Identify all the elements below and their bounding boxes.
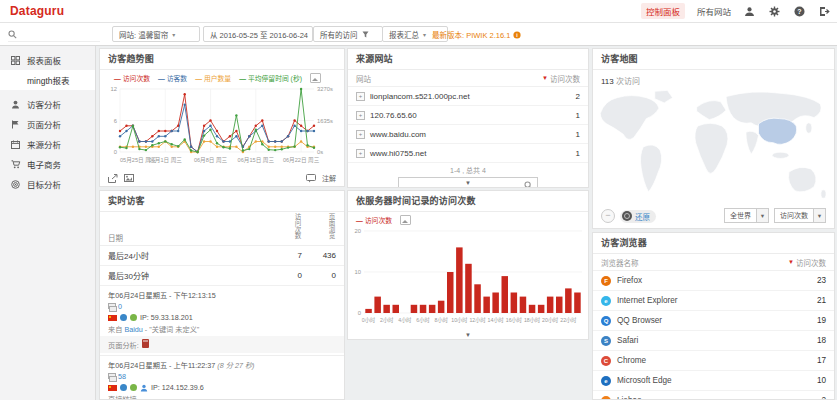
sidebar-item-ecommerce[interactable]: 电子商务 <box>0 154 95 174</box>
svg-text:?: ? <box>797 8 801 15</box>
browser-name[interactable]: QQ Browser <box>617 316 817 325</box>
map-mode-label: 还原 <box>635 211 650 222</box>
export-image-icon[interactable] <box>400 215 411 225</box>
visit-actions-count: 58 <box>108 372 336 381</box>
svg-text:3270s: 3270s <box>317 86 333 92</box>
site-selector[interactable]: 网站: 温馨窗帘▾ <box>112 26 200 42</box>
chart-legend: —访问次数 —访客数 —用户数量 —平均停留时间 (秒) <box>100 70 344 83</box>
col-visits[interactable]: 访问次数 <box>272 213 302 243</box>
svg-text:2小时: 2小时 <box>380 316 393 324</box>
svg-text:06月1日 周三: 06月1日 周三 <box>149 157 183 164</box>
sidebar-item-dashboard[interactable]: 报表面板 <box>0 50 95 70</box>
world-map[interactable] <box>594 85 835 213</box>
browser-name[interactable]: Liebao <box>617 396 821 400</box>
widget-expand-icon[interactable]: ▼ <box>465 332 471 338</box>
visitor-ip: IP: 124.152.39.6 <box>151 383 204 392</box>
referrer-site[interactable]: www.baidu.com <box>370 130 576 139</box>
annotation-bubble-icon[interactable] <box>306 174 316 183</box>
browser-visits: 10 <box>817 376 826 385</box>
browser-name[interactable]: Microsoft Edge <box>617 376 817 385</box>
country-flag-cn-icon <box>108 315 117 321</box>
widget-title[interactable]: 访客地图 <box>593 49 834 70</box>
referrer-visits: 1 <box>576 130 580 139</box>
gear-icon[interactable] <box>768 5 781 18</box>
svg-text:10: 10 <box>355 269 361 275</box>
sidebar-item-pages[interactable]: 页面分析 <box>0 114 95 134</box>
referrer-site[interactable]: www.hi0755.net <box>370 149 576 158</box>
referrer-site[interactable]: 120.76.65.60 <box>370 111 576 120</box>
sidebar-item-label: 电子商务 <box>27 158 61 170</box>
widget-expand-icon[interactable]: ▼ <box>465 180 471 186</box>
nav-all-websites[interactable]: 所有网站 <box>697 5 731 17</box>
legend-users[interactable]: —用户数量 <box>195 73 231 83</box>
browser-visits: 23 <box>817 276 826 285</box>
widget-visitor-browsers: 访客浏览器 浏览器名称 ▼访问次数 FFirefox23eInternet Ex… <box>592 232 835 400</box>
zoom-out-icon[interactable]: − <box>601 209 615 223</box>
col-pageviews[interactable]: 页面浏览 <box>302 213 336 243</box>
server-time-bar-chart[interactable]: 010200小时2小时4小时6小时8小时10小时12小时14小时16小时18小时… <box>348 225 588 329</box>
map-japan <box>806 123 812 133</box>
sidebar-item-referrers[interactable]: 来源分析 <box>0 134 95 154</box>
export-image-icon[interactable] <box>310 73 321 83</box>
sidebar-item-visitors[interactable]: 访客分析 <box>0 94 95 114</box>
legend-visits[interactable]: —访问次数 <box>356 215 392 225</box>
logout-icon[interactable] <box>818 5 831 18</box>
realtime-table-header: 日期 访问次数 页面浏览 <box>100 212 344 246</box>
export-icon[interactable] <box>108 174 118 183</box>
col-website[interactable]: 网站 <box>356 73 371 84</box>
map-india <box>746 131 759 154</box>
map-indonesia <box>772 152 789 158</box>
browser-name[interactable]: Safari <box>617 336 817 345</box>
metric-select[interactable]: 访问次数▼ <box>774 208 826 223</box>
table-row: 最后30分钟 0 0 <box>100 266 344 286</box>
browser-name[interactable]: Firefox <box>617 276 817 285</box>
sidebar-item-label: 页面分析 <box>27 118 61 130</box>
col-browser-name[interactable]: 浏览器名称 <box>601 257 639 268</box>
col-visits-sort[interactable]: ▼访问次数 <box>788 257 826 268</box>
widget-title[interactable]: 访客趋势图 <box>100 49 344 70</box>
browser-name[interactable]: Internet Explorer <box>617 296 817 305</box>
chevron-down-icon: ▾ <box>172 31 175 38</box>
visitors-line-chart[interactable]: 05月25日 周三06月1日 周三06月8日 周三06月15日 周三06月22日… <box>100 84 344 176</box>
referrer-site[interactable]: lionplancom.s521.000pc.net <box>370 92 576 101</box>
expand-icon[interactable]: + <box>356 92 365 101</box>
map-controls: − 还原 <box>601 209 656 223</box>
expand-icon[interactable]: + <box>356 130 365 139</box>
expand-icon[interactable]: + <box>356 149 365 158</box>
widget-title[interactable]: 依服务器时间记录的访问次数 <box>348 191 588 212</box>
svg-text:0小时: 0小时 <box>362 316 375 324</box>
referrer-link[interactable]: Baidu <box>124 325 142 334</box>
svg-text:4小时: 4小时 <box>398 316 411 324</box>
region-select[interactable]: 全世界▼ <box>724 208 769 223</box>
expand-icon[interactable]: + <box>356 111 365 120</box>
funnel-icon <box>362 31 369 38</box>
image-icon[interactable] <box>124 174 134 182</box>
segment-selector[interactable]: 所有的访问 <box>313 26 383 42</box>
map-mode-button[interactable]: 还原 <box>620 210 656 223</box>
date-range-selector[interactable]: 从 2016-05-25 至 2016-06-24 <box>203 26 313 42</box>
help-icon[interactable]: ? <box>793 5 806 18</box>
legend-visits[interactable]: —访问次数 <box>114 73 150 83</box>
annotations-label[interactable]: 注解 <box>322 173 336 183</box>
user-icon[interactable] <box>743 5 756 18</box>
browser-visits: 19 <box>817 316 826 325</box>
sidebar-item-mingth-report[interactable]: mingth报表 <box>0 70 95 90</box>
search-input[interactable] <box>21 29 95 40</box>
legend-avg-duration[interactable]: —平均停留时间 (秒) <box>239 73 302 83</box>
table-search-input[interactable] <box>403 180 524 189</box>
widget-title[interactable]: 访客浏览器 <box>593 233 834 254</box>
nav-dashboard[interactable]: 控制面板 <box>641 3 685 19</box>
browser-visits: 2 <box>821 396 826 400</box>
legend-visitors[interactable]: —访客数 <box>158 73 187 83</box>
svg-text:16小时: 16小时 <box>506 316 522 324</box>
global-search[interactable] <box>8 27 100 42</box>
sidebar-item-goals[interactable]: 目标分析 <box>0 174 95 194</box>
version-notice[interactable]: 最新版本: PIWIK 2.16.1 i <box>432 29 521 40</box>
col-visits-sort[interactable]: ▼访问次数 <box>542 73 580 84</box>
browser-name[interactable]: Chrome <box>617 356 817 365</box>
col-date[interactable]: 日期 <box>108 232 272 243</box>
page-icon[interactable] <box>142 339 149 348</box>
app-logo[interactable]: Dataguru <box>10 4 64 18</box>
widget-title[interactable]: 实时访客 <box>100 191 344 212</box>
widget-title[interactable]: 来源网站 <box>348 49 588 70</box>
